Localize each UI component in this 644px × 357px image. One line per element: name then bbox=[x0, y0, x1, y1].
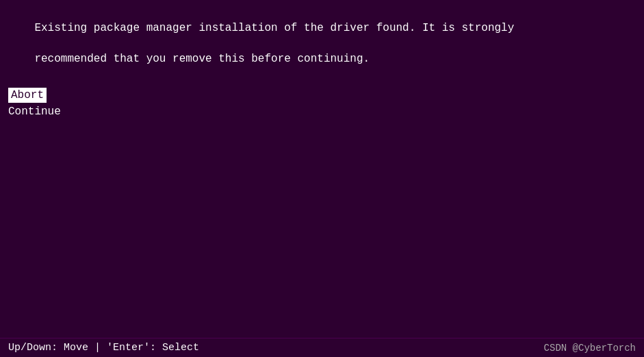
nav-hint: Up/Down: Move | 'Enter': Select bbox=[8, 342, 199, 354]
status-bar: Up/Down: Move | 'Enter': Select CSDN @Cy… bbox=[0, 338, 644, 357]
watermark: CSDN @CyberTorch bbox=[544, 343, 636, 354]
abort-option[interactable]: Abort bbox=[8, 88, 47, 103]
message-text: Existing package manager installation of… bbox=[8, 5, 636, 82]
main-content: Existing package manager installation of… bbox=[0, 0, 644, 125]
message-line2: recommended that you remove this before … bbox=[34, 53, 370, 65]
message-line1: Existing package manager installation of… bbox=[34, 22, 514, 34]
continue-option[interactable]: Continue bbox=[8, 104, 636, 119]
